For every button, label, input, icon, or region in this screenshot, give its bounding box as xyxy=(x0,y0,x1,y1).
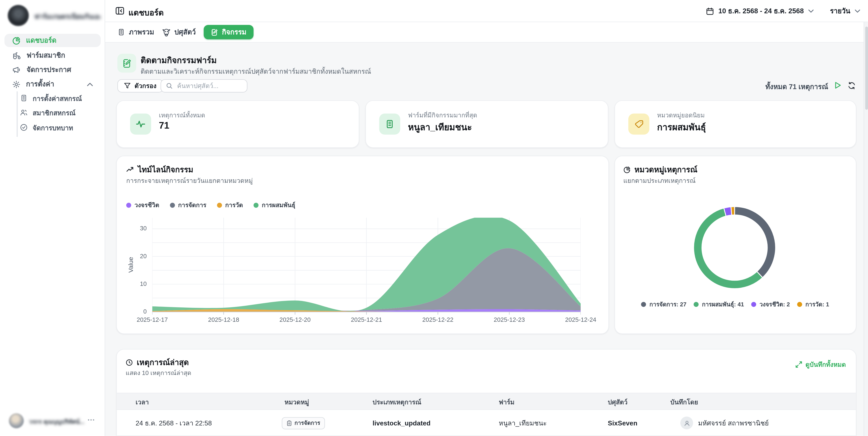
stacked-area-chart[interactable] xyxy=(152,218,581,316)
legend-label: วงจรชีวิต: 2 xyxy=(760,300,790,309)
tab-livestock[interactable]: ปศุสัตว์ xyxy=(162,25,196,39)
legend-item[interactable]: การผสมพันธุ์ xyxy=(253,200,295,210)
tab-overview[interactable]: ภาพรวม xyxy=(117,25,154,39)
events-subtitle: แสดง 10 เหตุการณ์ล่าสุด xyxy=(126,368,191,378)
column-header: บันทึกโดย xyxy=(670,394,698,410)
search-input[interactable] xyxy=(176,82,242,90)
sidebar-user[interactable]: วรกร คุณบุญปริทัศน์... xyxy=(0,411,105,433)
tag-icon xyxy=(634,119,644,129)
cell-livestock: SixSeven xyxy=(608,410,638,436)
users-icon xyxy=(20,109,28,116)
legend-label: การจัดการ: 27 xyxy=(649,300,686,309)
sidebar-item-farm-members[interactable]: ฟาร์มสมาชิก xyxy=(4,49,101,62)
period-select[interactable]: รายวัน xyxy=(830,5,860,17)
timeline-subtitle: การกระจายเหตุการณ์รายวันแยกตามหมวดหมู่ xyxy=(126,176,253,185)
donut-chart[interactable] xyxy=(690,203,779,292)
donut-title: หมวดหมู่เหตุการณ์ xyxy=(634,164,698,176)
submenu-guide-line xyxy=(17,91,18,137)
sidebar-item-dashboard[interactable]: แดชบอร์ด xyxy=(4,34,101,47)
org-avatar xyxy=(8,5,29,26)
legend-item[interactable]: วงจรชีวิต xyxy=(126,200,159,210)
search-box xyxy=(161,79,247,92)
cell-recorded-by: มหัศจรรย์ สถาพรซานิชย์ xyxy=(680,410,769,436)
cell-category: การจัดการ xyxy=(282,410,325,436)
page-title: แดชบอร์ด xyxy=(128,6,164,19)
stat-card-top-category: หมวดหมู่ยอดนิยม การผสมพันธุ์ xyxy=(614,100,857,148)
x-tick-label: 2025-12-22 xyxy=(413,316,463,323)
sidebar-item-label: จัดการบทบาท xyxy=(33,122,73,133)
trending-up-icon xyxy=(126,166,134,173)
play-icon[interactable] xyxy=(833,81,842,90)
notebook-pen-icon xyxy=(211,29,218,36)
column-header: ฟาร์ม xyxy=(499,394,515,410)
gear-icon xyxy=(12,80,21,88)
stat-value: การผสมพันธุ์ xyxy=(657,120,706,134)
user-icon xyxy=(683,419,690,426)
stat-icon-box xyxy=(628,114,649,135)
sidebar-item-label: การตั้งค่าสหกรณ์ xyxy=(33,93,82,103)
filter-button[interactable]: ตัวกรอง xyxy=(117,79,163,92)
tab-bar: ภาพรวม ปศุสัตว์ กิจกรรม xyxy=(105,22,868,42)
stat-icon-box xyxy=(130,114,151,135)
legend-item[interactable]: การวัด xyxy=(217,200,243,210)
tractor-icon xyxy=(12,51,21,60)
scrollbar-thumb[interactable] xyxy=(865,27,868,110)
building-icon xyxy=(384,119,395,129)
recorder-avatar xyxy=(680,416,693,429)
expand-icon xyxy=(796,361,802,368)
legend-item[interactable]: วงจรชีวิต: 2 xyxy=(751,300,790,309)
sidebar-item-roles[interactable]: จัดการบทบาท xyxy=(20,121,101,134)
y-tick-label: 0 xyxy=(130,308,147,315)
refresh-icon[interactable] xyxy=(847,82,856,90)
stat-card-top-farm: ฟาร์มที่มีกิจกรรมมากที่สุด หนูลา_เทียมชน… xyxy=(365,100,609,148)
stat-icon-box xyxy=(379,114,400,135)
column-header: หมวดหมู่ xyxy=(285,394,309,410)
top-header: แดชบอร์ด 10 ธ.ค. 2568 - 24 ธ.ค. 2568 ราย… xyxy=(105,0,868,22)
view-all-link[interactable]: ดูบันทึกทั้งหมด xyxy=(796,359,846,370)
cell-time: 24 ธ.ค. 2568 - เวลา 22:58 xyxy=(136,410,212,436)
stat-label: หมวดหมู่ยอดนิยม xyxy=(657,110,705,120)
tab-label: กิจกรรม xyxy=(222,27,246,37)
tab-activity[interactable]: กิจกรรม xyxy=(204,25,254,39)
x-tick-label: 2025-12-21 xyxy=(342,316,392,323)
sidebar-item-settings[interactable]: การตั้งค่า xyxy=(4,78,101,91)
panel-collapse-icon[interactable] xyxy=(115,6,125,16)
x-tick-label: 2025-12-24 xyxy=(556,316,606,323)
recorder-name: มหัศจรรย์ สถาพรซานิชย์ xyxy=(698,418,769,428)
clipboard-icon xyxy=(287,420,292,426)
sidebar: ฟาร์มเกษตรเนียมกันเอง... แดชบอร์ด ฟาร์มส… xyxy=(0,0,105,436)
x-tick-label: 2025-12-17 xyxy=(127,316,177,323)
legend-dot xyxy=(641,302,646,307)
legend-label: วงจรชีวิต xyxy=(134,200,159,210)
period-label: รายวัน xyxy=(830,5,850,17)
chevron-down-icon xyxy=(855,9,860,13)
scrollbar-track[interactable] xyxy=(864,22,868,436)
x-tick-label: 2025-12-23 xyxy=(485,316,534,323)
legend-item[interactable]: การจัดการ: 27 xyxy=(641,300,687,309)
sidebar-item-announcements[interactable]: จัดการประกาศ xyxy=(4,63,101,77)
sidebar-item-coop-members[interactable]: สมาชิกสหกรณ์ xyxy=(20,107,101,119)
legend-dot xyxy=(253,202,258,208)
section-subtitle: ติดตามและวิเคราะห์กิจกรรมเหตุการณ์ปศุสัต… xyxy=(141,66,371,77)
x-tick-label: 2025-12-20 xyxy=(270,316,320,323)
legend-item[interactable]: การจัดการ xyxy=(170,200,206,210)
events-title: เหตุการณ์ล่าสุด xyxy=(137,356,189,369)
legend-item[interactable]: การผสมพันธุ์: 41 xyxy=(694,300,744,309)
legend-label: การวัด: 1 xyxy=(805,300,829,309)
stat-value: 71 xyxy=(159,120,169,131)
date-range-picker[interactable]: 10 ธ.ค. 2568 - 24 ธ.ค. 2568 xyxy=(706,5,813,17)
table-row[interactable]: 24 ธ.ค. 2568 - เวลา 22:58 การจัดการ live… xyxy=(117,410,856,436)
timeline-legend: วงจรชีวิต การจัดการ การวัด การผสมพันธุ์ xyxy=(126,200,296,210)
building-icon xyxy=(20,94,28,102)
legend-dot xyxy=(797,302,802,307)
recent-events-card: เหตุการณ์ล่าสุด แสดง 10 เหตุการณ์ล่าสุด … xyxy=(116,349,857,436)
sidebar-item-coop-settings[interactable]: การตั้งค่าสหกรณ์ xyxy=(20,92,101,104)
ellipsis-icon xyxy=(88,419,95,421)
column-header: เวลา xyxy=(136,394,149,410)
legend-item[interactable]: การวัด: 1 xyxy=(797,300,829,309)
cell-type: livestock_updated xyxy=(373,410,431,436)
y-tick-label: 30 xyxy=(130,225,147,231)
megaphone-icon xyxy=(12,65,21,74)
cell-farm: หนูลา_เทียมชนะ xyxy=(499,410,547,436)
legend-label: การวัด xyxy=(225,200,243,210)
